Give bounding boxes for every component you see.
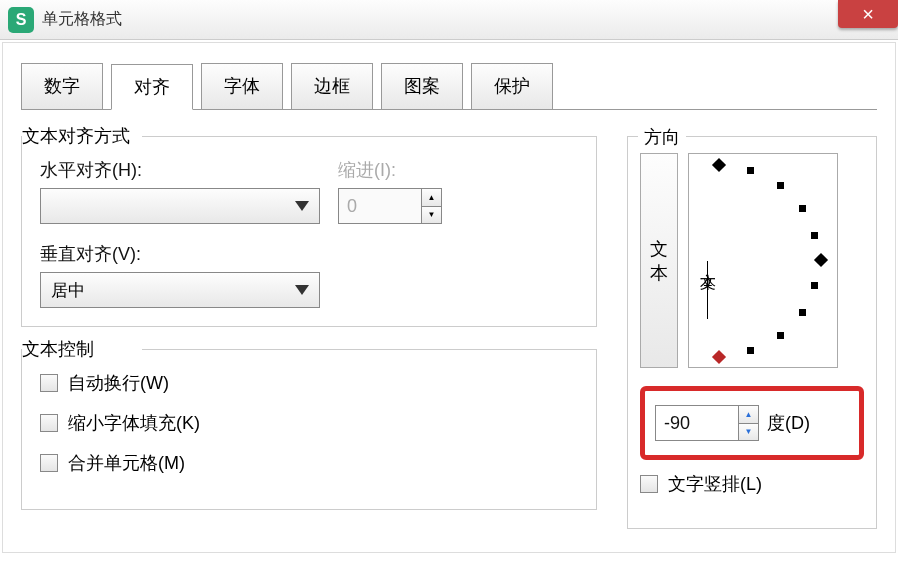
merge-checkbox-row[interactable]: 合并单元格(M) [40,451,578,475]
vertical-align-select[interactable]: 居中 [40,272,320,308]
vertical-align-value: 居中 [51,279,85,302]
tab-pattern[interactable]: 图案 [381,63,463,109]
window-title: 单元格格式 [42,9,122,30]
vertical-text-checkbox[interactable] [640,475,658,493]
indent-label: 缩进(I): [338,158,442,182]
horizontal-align-select[interactable] [40,188,320,224]
orientation-fieldset: 方向 文 本 文本 [627,136,877,529]
dial-dot-icon [799,205,806,212]
dial-endpoint-icon [712,158,726,172]
tab-bar: 数字 对齐 字体 边框 图案 保护 [21,63,877,110]
close-button[interactable]: × [838,0,898,28]
tab-border[interactable]: 边框 [291,63,373,109]
dial-dot-icon [747,347,754,354]
indent-input[interactable] [339,189,421,223]
vtext-char-2: 本 [650,261,668,285]
vtext-char-1: 文 [650,237,668,261]
wrap-checkbox-row[interactable]: 自动换行(W) [40,371,578,395]
shrink-checkbox-row[interactable]: 缩小字体填充(K) [40,411,578,435]
vertical-text-label: 文字竖排(L) [668,472,762,496]
text-control-fieldset-title: 文本控制 [22,337,102,361]
degrees-down-button[interactable]: ▼ [739,424,758,441]
degrees-highlight: ▲ ▼ 度(D) [640,386,864,460]
degrees-spinner[interactable]: ▲ ▼ [655,405,759,441]
wrap-checkbox[interactable] [40,374,58,392]
dial-dot-icon [777,332,784,339]
dial-endpoint-icon [814,253,828,267]
merge-checkbox[interactable] [40,454,58,472]
indent-up-button[interactable]: ▲ [422,189,441,207]
vertical-text-checkbox-row[interactable]: 文字竖排(L) [640,472,864,496]
wrap-label: 自动换行(W) [68,371,169,395]
app-icon: S [8,7,34,33]
dial-dot-icon [799,309,806,316]
tab-protection[interactable]: 保护 [471,63,553,109]
degrees-input[interactable] [656,406,738,440]
text-control-fieldset: 文本控制 自动换行(W) 缩小字体填充(K) 合并单元格(M) [21,349,597,510]
dial-dot-icon [811,232,818,239]
dial-dot-icon [811,282,818,289]
tab-font[interactable]: 字体 [201,63,283,109]
dialog-body: 数字 对齐 字体 边框 图案 保护 文本对齐方式 水平对齐(H): [2,42,896,553]
vertical-text-button[interactable]: 文 本 [640,153,678,368]
indent-spinner[interactable]: ▲ ▼ [338,188,442,224]
tab-alignment[interactable]: 对齐 [111,64,193,110]
tab-number[interactable]: 数字 [21,63,103,109]
chevron-down-icon [295,285,309,295]
alignment-fieldset-title: 文本对齐方式 [22,124,138,148]
orientation-dial[interactable]: 文本 [688,153,838,368]
degrees-label: 度(D) [767,411,810,435]
chevron-down-icon [295,201,309,211]
titlebar: S 单元格格式 × [0,0,898,40]
horizontal-align-label: 水平对齐(H): [40,158,320,182]
merge-label: 合并单元格(M) [68,451,185,475]
orientation-title: 方向 [638,125,686,149]
alignment-fieldset: 文本对齐方式 水平对齐(H): 缩进(I): [21,136,597,327]
shrink-checkbox[interactable] [40,414,58,432]
dial-dot-icon [747,167,754,174]
degrees-up-button[interactable]: ▲ [739,406,758,424]
shrink-label: 缩小字体填充(K) [68,411,200,435]
dial-dot-icon [777,182,784,189]
indent-down-button[interactable]: ▼ [422,207,441,224]
dial-line [707,261,708,319]
dial-selected-icon [712,350,726,364]
vertical-align-label: 垂直对齐(V): [40,242,578,266]
